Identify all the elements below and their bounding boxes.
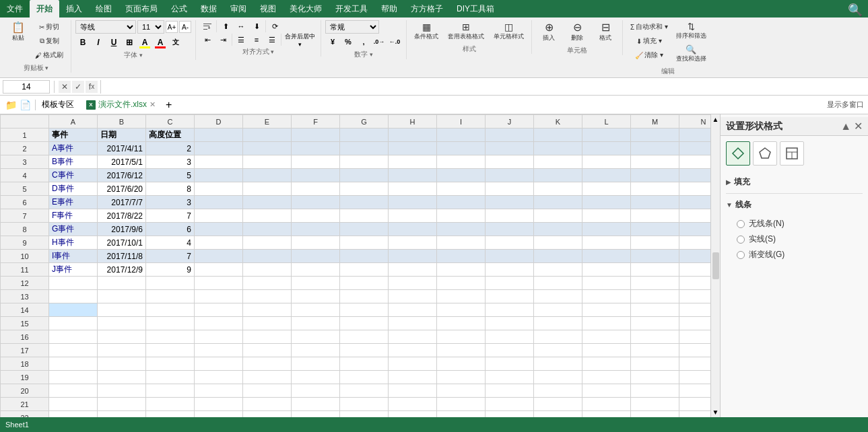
cell-13-12[interactable]: [582, 290, 631, 303]
cell-2-6[interactable]: [292, 142, 340, 155]
cell-5-4[interactable]: [195, 182, 243, 196]
cell-21-5[interactable]: [243, 398, 292, 411]
cell-10-6[interactable]: [292, 250, 340, 263]
confirm-formula-button[interactable]: ✓: [72, 81, 84, 93]
cell-5-10[interactable]: [486, 182, 534, 196]
cell-18-13[interactable]: [631, 357, 679, 371]
cell-5-11[interactable]: [534, 182, 582, 196]
row-header-9[interactable]: 9: [1, 236, 49, 250]
cell-19-13[interactable]: [631, 371, 679, 384]
cell-14-12[interactable]: [582, 303, 631, 317]
cell-1-8[interactable]: [389, 129, 437, 142]
cell-20-4[interactable]: [195, 384, 243, 398]
cell-6-10[interactable]: [486, 196, 534, 209]
cell-1-12[interactable]: [582, 129, 631, 142]
cell-3-13[interactable]: [631, 155, 679, 169]
cell-19-9[interactable]: [437, 371, 486, 384]
tab-formula[interactable]: 公式: [164, 0, 194, 17]
cell-15-1[interactable]: [49, 317, 98, 330]
cell-18-6[interactable]: [292, 357, 340, 371]
cell-13-14[interactable]: [679, 290, 711, 303]
cell-4-5[interactable]: [243, 169, 292, 182]
cell-7-12[interactable]: [582, 209, 631, 223]
cell-1-14[interactable]: [679, 129, 711, 142]
cell-3-14[interactable]: [679, 155, 711, 169]
formula-input[interactable]: [100, 80, 865, 94]
cell-15-12[interactable]: [582, 317, 631, 330]
cell-19-10[interactable]: [486, 371, 534, 384]
cell-8-2[interactable]: 2017/9/6: [98, 223, 146, 236]
cell-21-13[interactable]: [631, 398, 679, 411]
cell-9-2[interactable]: 2017/10/1: [98, 236, 146, 250]
cell-18-11[interactable]: [534, 357, 582, 371]
currency-button[interactable]: ¥: [325, 35, 340, 48]
cell-11-8[interactable]: [389, 263, 437, 277]
cancel-formula-button[interactable]: ✕: [59, 81, 71, 93]
cell-19-2[interactable]: [98, 371, 146, 384]
cell-6-4[interactable]: [195, 196, 243, 209]
cell-17-4[interactable]: [195, 344, 243, 357]
cell-9-8[interactable]: [389, 236, 437, 250]
wrap-text-button[interactable]: [200, 20, 215, 32]
cell-5-12[interactable]: [582, 182, 631, 196]
cell-19-3[interactable]: [146, 371, 195, 384]
cell-19-5[interactable]: [243, 371, 292, 384]
cell-2-1[interactable]: A事件: [49, 142, 98, 155]
cell-8-7[interactable]: [340, 223, 389, 236]
cell-22-9[interactable]: [437, 411, 486, 418]
row-header-3[interactable]: 3: [1, 155, 49, 169]
cell-21-8[interactable]: [389, 398, 437, 411]
tab-file[interactable]: 文件: [0, 0, 30, 17]
cell-15-3[interactable]: [146, 317, 195, 330]
cell-17-8[interactable]: [389, 344, 437, 357]
cell-15-8[interactable]: [389, 317, 437, 330]
cell-18-1[interactable]: [49, 357, 98, 371]
tab-data[interactable]: 数据: [194, 0, 224, 17]
cell-11-5[interactable]: [243, 263, 292, 277]
cell-3-8[interactable]: [389, 155, 437, 169]
cell-4-10[interactable]: [486, 169, 534, 182]
cell-1-6[interactable]: [292, 129, 340, 142]
cell-22-3[interactable]: [146, 411, 195, 418]
cell-5-7[interactable]: [340, 182, 389, 196]
cell-5-14[interactable]: [679, 182, 711, 196]
tab-beautify[interactable]: 美化大师: [283, 0, 329, 17]
add-tab-button[interactable]: +: [162, 99, 176, 111]
cell-18-8[interactable]: [389, 357, 437, 371]
cell-7-1[interactable]: F事件: [49, 209, 98, 223]
cell-2-14[interactable]: [679, 142, 711, 155]
cell-14-9[interactable]: [437, 303, 486, 317]
row-header-19[interactable]: 19: [1, 371, 49, 384]
text-direction-button[interactable]: ⟳: [267, 20, 282, 32]
cell-2-2[interactable]: 2017/4/11: [98, 142, 146, 155]
cell-3-12[interactable]: [582, 155, 631, 169]
cell-17-12[interactable]: [582, 344, 631, 357]
font-name-select[interactable]: 等线: [75, 20, 136, 34]
cell-13-13[interactable]: [631, 290, 679, 303]
fill-section-header[interactable]: ▶ 填充: [726, 174, 863, 190]
row-header-5[interactable]: 5: [1, 182, 49, 196]
cell-16-11[interactable]: [534, 330, 582, 344]
cell-6-1[interactable]: E事件: [49, 196, 98, 209]
cell-8-13[interactable]: [631, 223, 679, 236]
cell-15-2[interactable]: [98, 317, 146, 330]
font-size-increase-button[interactable]: A+: [166, 21, 178, 33]
cell-14-1[interactable]: [49, 303, 98, 317]
cell-7-3[interactable]: 7: [146, 209, 195, 223]
cell-18-5[interactable]: [243, 357, 292, 371]
cell-15-5[interactable]: [243, 317, 292, 330]
cell-2-4[interactable]: [195, 142, 243, 155]
cell-5-13[interactable]: [631, 182, 679, 196]
cell-5-3[interactable]: 8: [146, 182, 195, 196]
cell-17-3[interactable]: [146, 344, 195, 357]
cell-12-8[interactable]: [389, 277, 437, 290]
table-shape-button[interactable]: [780, 141, 804, 166]
cell-9-7[interactable]: [340, 236, 389, 250]
chinese-format-button[interactable]: 文: [168, 36, 183, 49]
thousands-button[interactable]: ,: [356, 35, 371, 48]
solid-line-radio[interactable]: [737, 236, 745, 244]
cell-3-11[interactable]: [534, 155, 582, 169]
cell-20-5[interactable]: [243, 384, 292, 398]
cell-6-2[interactable]: 2017/7/7: [98, 196, 146, 209]
cell-18-14[interactable]: [679, 357, 711, 371]
